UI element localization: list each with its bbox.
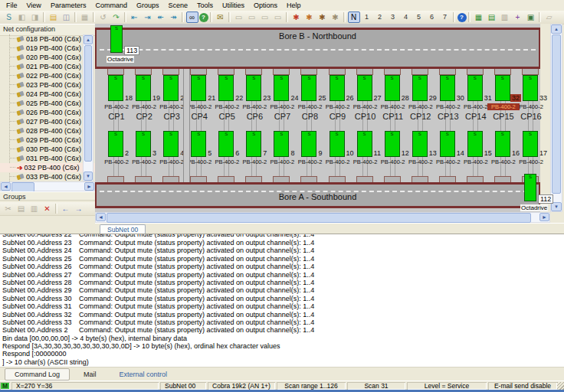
- tree-item[interactable]: ➔ 022 PB-400 (C6x): [0, 71, 95, 80]
- tool-button-2[interactable]: ◧: [16, 11, 28, 23]
- scroll-left-icon[interactable]: ◄: [96, 213, 106, 221]
- pb400-unit-bottom[interactable]: S: [330, 131, 345, 157]
- pb400-unit-bottom[interactable]: S: [246, 131, 261, 157]
- scrollbar-thumb[interactable]: [84, 45, 92, 162]
- window-button-4[interactable]: ▭: [272, 11, 284, 23]
- pb400-unit-top[interactable]: S: [495, 75, 510, 101]
- net-6-button[interactable]: 6: [426, 11, 438, 23]
- pb400-unit-bottom[interactable]: S: [385, 131, 400, 157]
- window-button-2[interactable]: ▭: [246, 11, 258, 23]
- bottom-tab[interactable]: External control: [110, 369, 177, 380]
- menu-item[interactable]: View: [22, 1, 46, 10]
- diagram-canvas[interactable]: Bore B - Northbound S 18 PB-400-2 CP1 S …: [95, 24, 550, 212]
- nav-first-button[interactable]: ⇤: [129, 11, 141, 23]
- pb400-unit-bottom[interactable]: S: [301, 131, 316, 157]
- pb400-unit-top[interactable]: S: [330, 75, 345, 101]
- scrollbar-thumb[interactable]: [552, 34, 561, 194]
- pb400-unit-top[interactable]: S: [108, 75, 123, 101]
- net-1-button[interactable]: 1: [361, 11, 373, 23]
- tree-item[interactable]: ➔ 031 PB-400 (C6x): [0, 154, 95, 163]
- pb400-unit-top[interactable]: S: [357, 75, 372, 101]
- delete-button[interactable]: ✕: [41, 203, 54, 214]
- tree-item[interactable]: ➔ 033 PB-400 (C6x): [0, 172, 95, 181]
- move-button[interactable]: +: [512, 11, 524, 23]
- net-7-button[interactable]: 7: [439, 11, 451, 23]
- pb400-unit-top[interactable]: S: [385, 75, 400, 101]
- net-4-button[interactable]: 4: [400, 11, 412, 23]
- knot-button-2[interactable]: ✱: [303, 11, 316, 23]
- pb400-unit-bottom[interactable]: S: [136, 131, 151, 157]
- tree-item[interactable]: ➔ 030 PB-400 (C6x): [0, 145, 95, 154]
- pb400-unit-bottom[interactable]: S: [412, 131, 428, 157]
- pb400-unit-top[interactable]: S: [412, 75, 428, 101]
- export-button[interactable]: ▤: [486, 11, 498, 23]
- octadrive-unit-112[interactable]: S 112 Octadrive: [524, 174, 536, 201]
- scroll-up-icon[interactable]: ▲: [551, 24, 562, 34]
- nav-prev-button[interactable]: ↞: [155, 11, 167, 23]
- redo-button[interactable]: ↷: [110, 11, 123, 23]
- pb400-unit-top[interactable]: S: [274, 75, 289, 101]
- knot-button-1[interactable]: ✱: [290, 11, 303, 23]
- tree-item[interactable]: ➔ 024 PB-400 (C6x): [0, 90, 95, 99]
- tree-item[interactable]: ➔ 025 PB-400 (C6x): [0, 99, 95, 108]
- pb400-unit-bottom[interactable]: S: [218, 131, 234, 157]
- help-button[interactable]: ?: [457, 13, 467, 22]
- menu-item[interactable]: Command: [90, 1, 132, 10]
- scroll-right-icon[interactable]: ►: [539, 213, 549, 221]
- tree-item[interactable]: ➔ 027 PB-400 (C6x): [0, 117, 95, 126]
- cut-button[interactable]: ✂: [2, 203, 15, 214]
- find-binoculars-button[interactable]: ∞: [186, 11, 198, 23]
- image-button[interactable]: ▣: [525, 11, 537, 23]
- net-3-button[interactable]: 3: [387, 11, 399, 23]
- bottom-tab[interactable]: Mail: [74, 369, 106, 380]
- pb400-unit-bottom[interactable]: S: [191, 131, 206, 157]
- pb400-unit-bottom[interactable]: S: [274, 131, 289, 157]
- knot-button-4[interactable]: ✱: [330, 11, 342, 23]
- scroll-down-icon[interactable]: ▼: [84, 172, 93, 181]
- menu-item[interactable]: Scene: [163, 1, 192, 10]
- mail-button[interactable]: ✉: [215, 11, 227, 23]
- open-file-button[interactable]: ▤: [48, 11, 60, 23]
- pb400-unit-top[interactable]: S: [523, 75, 538, 101]
- helper-button[interactable]: ?: [199, 13, 208, 22]
- octadrive-unit-113[interactable]: S 113 Octadrive: [110, 25, 123, 53]
- forward-button[interactable]: →: [73, 203, 85, 214]
- net-5-button[interactable]: 5: [413, 11, 425, 23]
- tree-item[interactable]: ➔ 023 PB-400 (C6x): [0, 80, 95, 90]
- pb400-unit-bottom[interactable]: S: [467, 131, 483, 157]
- net-n-button[interactable]: N: [348, 11, 360, 23]
- pb400-unit-bottom[interactable]: S: [357, 131, 372, 157]
- undo-button[interactable]: ↺: [97, 11, 110, 23]
- window-button-1[interactable]: ▭: [233, 11, 245, 23]
- pb400-unit-bottom[interactable]: S: [108, 131, 123, 157]
- menu-item[interactable]: Options: [249, 1, 282, 10]
- octadrive-box[interactable]: S: [110, 25, 123, 53]
- tree-item[interactable]: ➔ 021 PB-400 (C6x): [0, 62, 95, 71]
- pb400-unit-top[interactable]: S: [163, 75, 179, 101]
- nav-last-button[interactable]: ⇥: [142, 11, 154, 23]
- menu-item[interactable]: Tools: [192, 1, 218, 10]
- tree-item[interactable]: ➔ 018 PB-400 (C6x): [0, 34, 95, 44]
- pb400-unit-bottom[interactable]: S: [440, 131, 455, 157]
- pb400-unit-top[interactable]: S: [246, 75, 261, 101]
- octadrive-box[interactable]: S: [524, 174, 536, 201]
- tree-horizontal-scrollbar[interactable]: ◄ ►: [0, 181, 95, 191]
- menu-item[interactable]: Utilities: [218, 1, 249, 10]
- menu-item[interactable]: Groups: [132, 1, 164, 10]
- menu-item[interactable]: Parameters: [46, 1, 91, 10]
- nav-next-button[interactable]: ↠: [168, 11, 180, 23]
- pb400-unit-bottom[interactable]: S: [163, 131, 179, 157]
- pb400-unit-bottom[interactable]: S: [495, 131, 510, 157]
- net-2-button[interactable]: 2: [374, 11, 386, 23]
- back-button[interactable]: ←: [60, 203, 72, 214]
- pb400-unit-bottom[interactable]: S: [523, 131, 538, 157]
- save-button[interactable]: ◫: [61, 11, 73, 23]
- menu-item[interactable]: Help: [282, 1, 306, 10]
- pb400-unit-top[interactable]: S: [191, 75, 206, 101]
- pb400-unit-top[interactable]: S: [301, 75, 316, 101]
- scroll-up-icon[interactable]: ▲: [84, 35, 93, 44]
- tree-item[interactable]: ➔ 029 PB-400 (C6x): [0, 136, 95, 145]
- scene-s-button[interactable]: S: [3, 11, 15, 23]
- tree-item[interactable]: ➔ 032 PB-400 (C6x): [0, 163, 95, 172]
- pb400-unit-top[interactable]: S: [467, 75, 483, 101]
